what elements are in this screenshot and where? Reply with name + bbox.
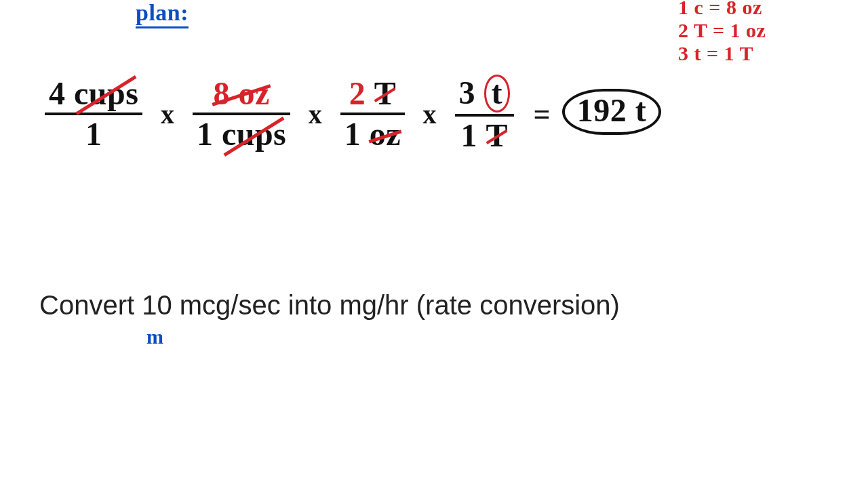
result: 192 t bbox=[562, 89, 661, 135]
dimensional-analysis-equation: 4 cups 1 x 8 oz 1 cups x 2 T 1 oz x bbox=[41, 75, 841, 154]
plan-label: plan: bbox=[136, 0, 189, 26]
f4-den-val: 1 bbox=[461, 117, 478, 153]
times-3: x bbox=[418, 98, 443, 130]
f3-den-val: 1 bbox=[344, 116, 361, 152]
f1-num-unit: cups bbox=[74, 76, 138, 112]
annotation-m: m bbox=[146, 325, 164, 348]
note-line-2: 2 T = 1 oz bbox=[678, 19, 766, 42]
f2-den-unit: cups bbox=[222, 117, 286, 152]
f4-den-unit: T bbox=[486, 118, 509, 154]
f2-num-unit: oz bbox=[238, 75, 269, 111]
fraction-3: 2 T 1 oz bbox=[340, 76, 405, 153]
problem-text: Convert 10 mcg/sec into mg/hr (rate conv… bbox=[39, 290, 620, 321]
f2-den-val: 1 bbox=[197, 116, 214, 152]
times-2: x bbox=[303, 98, 328, 130]
note-line-1: 1 c = 8 oz bbox=[678, 0, 766, 19]
f4-num-val: 3 bbox=[459, 75, 476, 110]
f1-den: 1 bbox=[45, 117, 142, 152]
conversion-notes: 1 c = 8 oz 2 T = 1 oz 3 t = 1 T bbox=[678, 0, 766, 65]
f3-den-unit: oz bbox=[370, 117, 401, 152]
fraction-4: 3 t 1 T bbox=[455, 75, 514, 154]
f4-num-unit: t bbox=[484, 75, 510, 113]
fraction-2: 8 oz 1 cups bbox=[193, 76, 290, 153]
f1-num-val: 4 bbox=[49, 75, 66, 111]
equals-sign: = bbox=[527, 97, 554, 131]
f3-num-val: 2 bbox=[349, 75, 366, 111]
fraction-1: 4 cups 1 bbox=[45, 76, 142, 153]
f3-num-unit: T bbox=[374, 76, 397, 112]
f2-num-val: 8 bbox=[213, 75, 230, 111]
times-1: x bbox=[155, 98, 180, 130]
note-line-3: 3 t = 1 T bbox=[678, 42, 766, 65]
